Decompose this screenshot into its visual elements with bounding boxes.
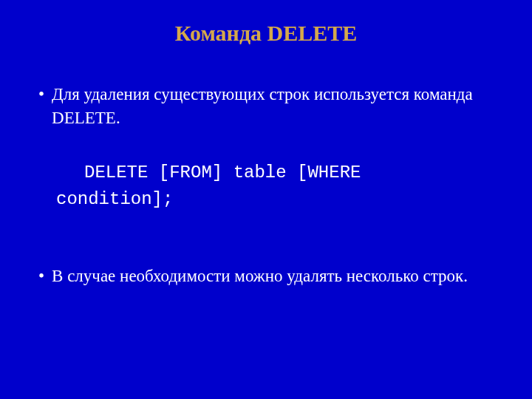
bullet-text-2: В случае необходимости можно удалять нес… (52, 265, 495, 288)
code-line-1: DELETE [FROM] table [WHERE (56, 160, 495, 186)
slide-title: Команда DELETE (37, 21, 495, 46)
bullet-text-1: Для удаления существующих строк использу… (52, 83, 495, 130)
slide-content: • Для удаления существующих строк исполь… (37, 83, 495, 289)
bullet-icon: • (38, 265, 44, 288)
bullet-item-1: • Для удаления существующих строк исполь… (37, 83, 495, 130)
code-line-2: condition]; (56, 186, 495, 213)
code-block: DELETE [FROM] table [WHERE condition]; (37, 160, 495, 213)
bullet-item-2: • В случае необходимости можно удалять н… (37, 265, 495, 288)
slide-container: Команда DELETE • Для удаления существующ… (0, 0, 532, 399)
bullet-icon: • (38, 83, 44, 106)
